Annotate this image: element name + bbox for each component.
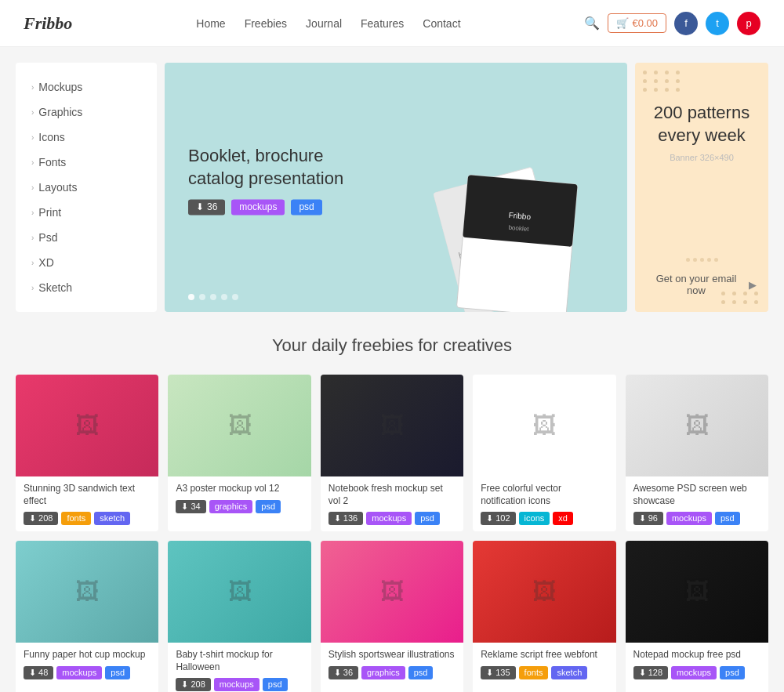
card-tag[interactable]: fonts [519, 666, 549, 679]
card-tag[interactable]: psd [256, 500, 281, 513]
chevron-right-icon: › [31, 208, 34, 217]
hero-dot-5[interactable] [232, 294, 238, 300]
hero-section: › Mockups › Graphics › Icons › Fonts › L… [16, 63, 768, 312]
sidebar-item-label: Graphics [38, 106, 82, 118]
card-item[interactable]: 🖼 Reklame script free webfont ⬇ 135 font… [473, 541, 615, 692]
sidebar-item-psd[interactable]: › Psd [16, 225, 157, 250]
chevron-right-icon: › [31, 83, 34, 92]
twitter-button[interactable]: t [706, 12, 729, 35]
card-tag[interactable]: psd [415, 512, 440, 525]
card-item[interactable]: 🖼 Baby t-shirt mockup for Halloween ⬇ 20… [168, 541, 310, 692]
ad-title: 200 patterns every week [647, 102, 757, 147]
hero-dot-1[interactable] [188, 294, 194, 300]
nav-contact[interactable]: Contact [423, 17, 460, 30]
nav-features[interactable]: Features [361, 17, 404, 30]
hero-banner: Booklet, brochure catalog presentation ⬇… [165, 63, 627, 312]
sidebar-item-label: Mockups [38, 81, 82, 93]
card-image: 🖼 [321, 375, 463, 476]
sidebar-item-layouts[interactable]: › Layouts [16, 175, 157, 200]
hero-tag-mockups[interactable]: mockups [231, 200, 285, 216]
nav-freebies[interactable]: Freebies [245, 17, 287, 30]
card-tag[interactable]: psd [715, 512, 740, 525]
card-tag[interactable]: mockups [214, 678, 260, 691]
logo[interactable]: Fribbo [24, 13, 72, 34]
chevron-right-icon: › [31, 284, 34, 292]
download-count-tag: ⬇ 128 [633, 666, 668, 679]
cart-button[interactable]: 🛒 €0.00 [608, 13, 666, 33]
card-item[interactable]: 🖼 Stylish sportswear illustrations ⬇ 36 … [321, 541, 463, 692]
cart-icon: 🛒 [616, 17, 629, 29]
sidebar-item-label: Layouts [38, 181, 77, 194]
card-info: Notebook fresh mockup set vol 2 ⬇ 136 mo… [321, 476, 463, 531]
card-title: Awesome PSD screen web showcase [633, 483, 760, 507]
card-item[interactable]: 🖼 A3 poster mockup vol 12 ⬇ 34 graphicsp… [168, 375, 310, 531]
sidebar-item-icons[interactable]: › Icons [16, 125, 157, 150]
card-tags: ⬇ 208 mockupspsd [176, 678, 303, 691]
facebook-button[interactable]: f [674, 12, 698, 35]
sidebar-item-label: Fonts [38, 156, 66, 168]
hero-dot-2[interactable] [199, 294, 205, 300]
download-count-tag: ⬇ 96 [633, 512, 663, 525]
download-count-tag: ⬇ 135 [481, 666, 515, 679]
card-tag[interactable]: mockups [366, 512, 412, 525]
search-button[interactable]: 🔍 [584, 16, 600, 31]
card-tag[interactable]: icons [519, 512, 550, 525]
card-title: Stylish sportswear illustrations [328, 649, 456, 661]
svg-rect-4 [463, 175, 577, 247]
sidebar-item-label: Psd [38, 231, 57, 244]
nav-journal[interactable]: Journal [306, 17, 342, 30]
sidebar-item-sketch[interactable]: › Sketch [16, 275, 157, 300]
card-tag[interactable]: graphics [209, 500, 253, 513]
card-tag[interactable]: psd [408, 666, 434, 679]
hero-dot-4[interactable] [221, 294, 227, 300]
card-title: Funny paper hot cup mockup [24, 649, 151, 661]
card-tag[interactable]: psd [720, 666, 745, 679]
chevron-right-icon: › [31, 234, 34, 242]
hero-title: Booklet, brochure catalog presentation [188, 145, 343, 190]
card-tag[interactable]: mockups [56, 666, 102, 679]
card-item[interactable]: 🖼 Stunning 3D sandwich text effect ⬇ 208… [16, 375, 158, 531]
card-tag[interactable]: sketch [551, 666, 587, 679]
pinterest-button[interactable]: p [737, 12, 760, 35]
chevron-right-icon: › [31, 108, 34, 117]
card-title: Reklame script free webfont [481, 649, 608, 661]
card-item[interactable]: 🖼 Funny paper hot cup mockup ⬇ 48 mockup… [16, 541, 158, 692]
sidebar-item-fonts[interactable]: › Fonts [16, 150, 157, 175]
card-title: A3 poster mockup vol 12 [176, 483, 303, 495]
card-tag[interactable]: graphics [361, 666, 405, 679]
card-tag[interactable]: mockups [666, 512, 712, 525]
card-tags: ⬇ 48 mockupspsd [24, 666, 151, 679]
sidebar-item-graphics[interactable]: › Graphics [16, 100, 157, 125]
card-tag[interactable]: xd [553, 512, 573, 525]
card-info: Funny paper hot cup mockup ⬇ 48 mockupsp… [16, 643, 158, 686]
card-tag[interactable]: sketch [94, 512, 130, 525]
sidebar-item-print[interactable]: › Print [16, 200, 157, 225]
cards-row-1: 🖼 Stunning 3D sandwich text effect ⬇ 208… [16, 375, 768, 531]
card-image: 🖼 [16, 541, 158, 643]
card-tag[interactable]: mockups [671, 666, 717, 679]
hero-tag-psd[interactable]: psd [291, 200, 321, 216]
card-tag[interactable]: psd [263, 678, 288, 691]
card-image: 🖼 [16, 375, 158, 476]
card-item[interactable]: 🖼 Free colorful vector notification icon… [473, 375, 615, 531]
hero-download-tag[interactable]: ⬇ 36 [188, 200, 225, 216]
card-tags: ⬇ 34 graphicspsd [176, 500, 303, 513]
sidebar-item-xd[interactable]: › XD [16, 250, 157, 275]
card-item[interactable]: 🖼 Awesome PSD screen web showcase ⬇ 96 m… [626, 375, 768, 531]
card-image: 🖼 [473, 541, 615, 643]
card-tag[interactable]: fonts [61, 512, 91, 525]
card-info: Free colorful vector notification icons … [473, 476, 615, 531]
card-title: Free colorful vector notification icons [481, 483, 608, 507]
sidebar-item-mockups[interactable]: › Mockups [16, 74, 157, 100]
section-title: Your daily freebies for creatives [16, 335, 768, 356]
card-image: 🖼 [473, 375, 615, 476]
card-tag[interactable]: psd [105, 666, 130, 679]
sidebar-item-label: Sketch [38, 281, 72, 294]
card-item[interactable]: 🖼 Notebook fresh mockup set vol 2 ⬇ 136 … [321, 375, 463, 531]
chevron-right-icon: › [31, 259, 34, 267]
card-tags: ⬇ 135 fontssketch [481, 666, 608, 679]
ad-subtitle: Banner 326×490 [670, 153, 734, 162]
card-item[interactable]: 🖼 Notepad mockup free psd ⬇ 128 mockupsp… [626, 541, 768, 692]
hero-dot-3[interactable] [210, 294, 216, 300]
nav-home[interactable]: Home [196, 17, 225, 30]
